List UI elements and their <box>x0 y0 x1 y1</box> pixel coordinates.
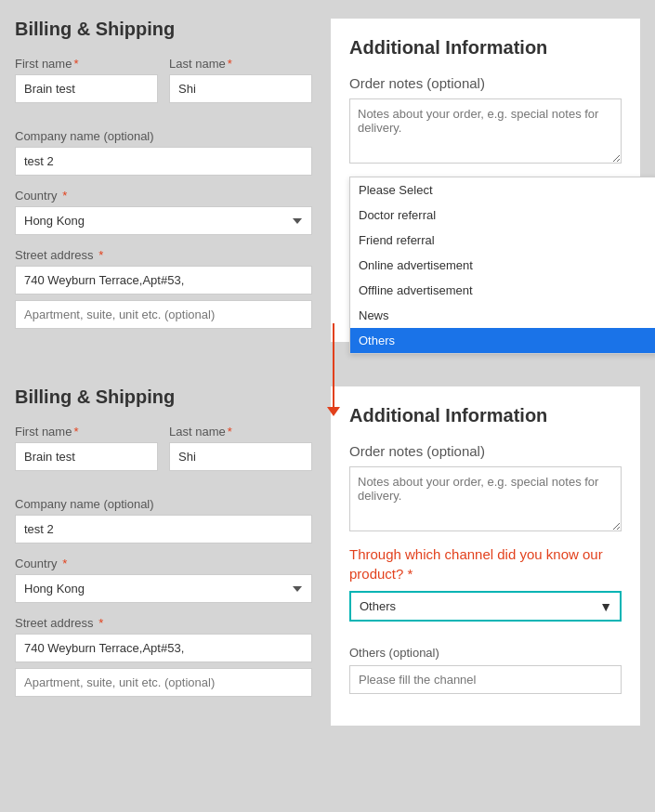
country-label-2: Country * <box>15 557 312 570</box>
channel-question-2: Through which channel did you know our p… <box>349 544 622 583</box>
billing-title-2: Billing & Shipping <box>15 386 312 408</box>
arrow-head <box>327 407 340 416</box>
last-name-label-1: Last name* <box>169 57 312 71</box>
drop-item-online-ad[interactable]: Online advertisement <box>350 253 655 278</box>
country-group-1: Country * Hong Kong <box>15 189 312 235</box>
notes-group-1: Order notes (optional) <box>349 75 622 164</box>
company-label-1: Company name (optional) <box>15 129 312 143</box>
first-name-input-1[interactable] <box>15 74 158 103</box>
additional-title-2: Additional Information <box>349 405 622 426</box>
last-name-group-2: Last name* <box>169 425 312 471</box>
notes-textarea-1[interactable] <box>349 98 622 164</box>
drop-item-please-select[interactable]: Please Select <box>350 177 655 203</box>
country-group-2: Country * Hong Kong <box>15 557 312 603</box>
right-panel-1: Additional Information Order notes (opti… <box>331 19 640 342</box>
additional-title-1: Additional Information <box>349 37 622 59</box>
dropdown-list-1: Please Select Doctor referral Friend ref… <box>349 177 655 354</box>
street-group-2: Street address * <box>15 616 312 697</box>
name-row-1: First name* Last name* <box>15 57 312 116</box>
street-label-1: Street address * <box>15 248 312 262</box>
street-label-2: Street address * <box>15 616 312 630</box>
company-input-1[interactable] <box>15 147 312 176</box>
others-channel-input[interactable] <box>349 665 622 694</box>
first-name-input-2[interactable] <box>15 442 158 471</box>
first-name-label-1: First name* <box>15 57 158 71</box>
section-2: Billing & Shipping First name* Last name… <box>0 368 655 744</box>
red-arrow <box>327 323 340 416</box>
street-input-2[interactable] <box>15 634 312 662</box>
first-name-group-2: First name* <box>15 425 158 471</box>
drop-item-news[interactable]: News <box>350 303 655 328</box>
page-wrapper: Billing & Shipping First name* Last name… <box>0 0 655 744</box>
company-label-2: Company name (optional) <box>15 497 312 511</box>
country-label-1: Country * <box>15 189 312 203</box>
apt-input-2[interactable] <box>15 668 312 697</box>
channel-group-1: Through which channel did you know our p… <box>349 177 622 254</box>
apt-input-1[interactable] <box>15 300 312 329</box>
first-name-label-2: First name* <box>15 425 158 439</box>
drop-item-doctor[interactable]: Doctor referral <box>350 203 655 228</box>
company-input-2[interactable] <box>15 515 312 544</box>
notes-textarea-2[interactable] <box>349 466 622 531</box>
company-group-1: Company name (optional) <box>15 129 312 176</box>
first-name-group-1: First name* <box>15 57 158 103</box>
country-select-1[interactable]: Hong Kong <box>15 206 312 235</box>
drop-item-others[interactable]: Others <box>350 328 655 353</box>
section-1: Billing & Shipping First name* Last name… <box>0 0 655 360</box>
last-name-input-2[interactable] <box>169 442 312 471</box>
street-group-1: Street address * <box>15 248 312 329</box>
channel-select-2[interactable]: Others <box>349 591 622 622</box>
left-panel-1: Billing & Shipping First name* Last name… <box>15 19 331 342</box>
country-select-2[interactable]: Hong Kong <box>15 574 312 603</box>
arrow-shaft <box>333 323 334 407</box>
street-input-1[interactable] <box>15 266 312 295</box>
name-row-2: First name* Last name* <box>15 425 312 484</box>
others-optional-label: Others (optional) <box>349 646 622 660</box>
channel-select-wrapper-2: Others ▼ <box>349 591 622 622</box>
last-name-label-2: Last name* <box>169 425 312 439</box>
channel-group-2: Through which channel did you know our p… <box>349 544 622 622</box>
notes-label-2: Order notes (optional) <box>349 443 622 459</box>
right-panel-2: Additional Information Order notes (opti… <box>331 386 640 726</box>
last-name-group-1: Last name* <box>169 57 312 103</box>
others-optional-group: Others (optional) <box>349 635 622 694</box>
notes-label-1: Order notes (optional) <box>349 75 622 91</box>
billing-title-1: Billing & Shipping <box>15 19 312 40</box>
drop-item-offline-ad[interactable]: Offline advertisement <box>350 278 655 303</box>
drop-item-friend[interactable]: Friend referral <box>350 228 655 253</box>
last-name-input-1[interactable] <box>169 74 312 103</box>
left-panel-2: Billing & Shipping First name* Last name… <box>15 386 331 726</box>
notes-group-2: Order notes (optional) <box>349 443 622 531</box>
company-group-2: Company name (optional) <box>15 497 312 544</box>
